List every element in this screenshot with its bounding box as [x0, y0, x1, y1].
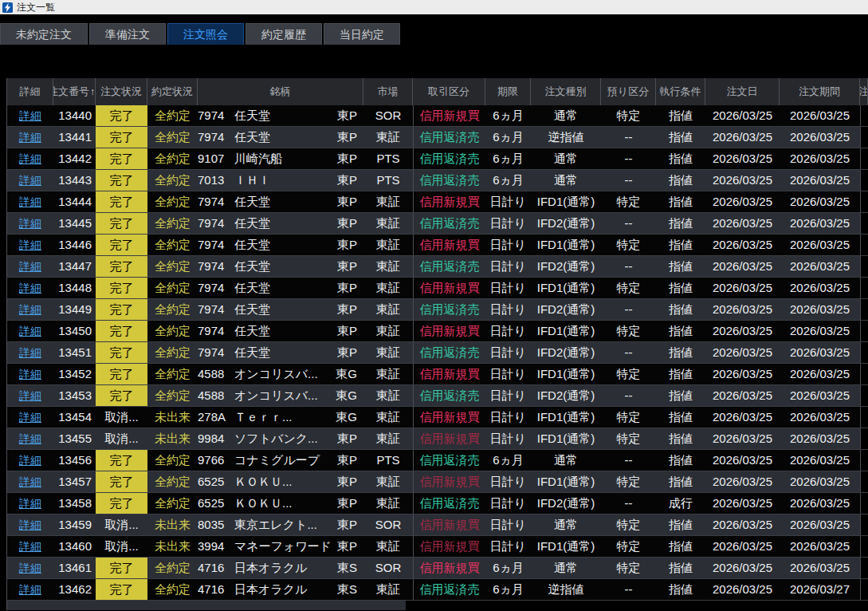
symbol-cell: 9766 コナミグループ 東P	[198, 450, 363, 471]
table-row: 詳細 13443 完了 全約定 7013 ＩＨＩ 東P PTS 信用返済売 6ヵ…	[6, 170, 868, 191]
symbol-name: ＫＯＫＵ...	[234, 493, 337, 514]
table-row: 詳細 13447 完了 全約定 7974 任天堂 東P 東証 信用返済売 日計り…	[6, 256, 868, 278]
market-cell: 東証	[363, 213, 413, 234]
trade-type-cell: 信用返済売	[413, 579, 485, 600]
clipped-extra-cell	[860, 170, 868, 191]
header-trade-type[interactable]: 取引区分	[413, 78, 485, 105]
symbol-segment: 東P	[337, 256, 363, 277]
trade-type-cell: 信用新規買	[413, 278, 485, 298]
detail-link[interactable]: 詳細	[19, 191, 41, 212]
detail-link[interactable]: 詳細	[19, 471, 41, 492]
fill-status-cell: 全約定	[147, 493, 198, 514]
order-kind-cell: IFD1(通常)	[531, 428, 601, 449]
detail-link[interactable]: 詳細	[19, 342, 41, 363]
detail-link[interactable]: 詳細	[19, 256, 41, 277]
tab-today-executions[interactable]: 当日約定	[324, 23, 400, 45]
detail-link[interactable]: 詳細	[19, 321, 41, 341]
clipped-extra-cell	[860, 364, 868, 384]
tab-prepared-orders[interactable]: 準備注文	[89, 23, 166, 45]
account-type-cell: --	[601, 342, 656, 363]
header-order-kind[interactable]: 注文種別	[531, 78, 601, 105]
header-order-period[interactable]: 注文期間	[780, 78, 860, 105]
header-account-type[interactable]: 預り区分	[601, 78, 656, 105]
detail-link[interactable]: 詳細	[19, 105, 41, 126]
header-symbol[interactable]: 銘柄	[198, 78, 363, 105]
order-number-cell: 13454	[53, 407, 96, 428]
symbol-name: マネーフォワード	[234, 536, 337, 557]
symbol-cell: 4588 オンコリスバ... 東G	[198, 385, 363, 406]
order-period-cell: 2026/03/25	[780, 191, 860, 212]
order-period-cell: 2026/03/25	[780, 299, 860, 320]
detail-link[interactable]: 詳細	[19, 558, 41, 578]
table-row: 詳細 13461 完了 全約定 4716 日本オラクル 東S SOR 信用新規買…	[6, 558, 868, 579]
order-number-cell: 13452	[53, 364, 96, 384]
fill-status-cell: 全約定	[147, 191, 198, 212]
detail-link[interactable]: 詳細	[19, 428, 41, 449]
detail-cell: 詳細	[7, 514, 53, 535]
header-exec-condition[interactable]: 執行条件	[656, 78, 705, 105]
term-cell: 日計り	[485, 213, 531, 234]
clipped-extra-cell	[860, 256, 868, 277]
symbol-name: 任天堂	[234, 235, 337, 255]
symbol-cell: 6525 ＫＯＫＵ... 東P	[198, 471, 363, 492]
detail-cell: 詳細	[7, 471, 53, 492]
order-date-cell: 2026/03/25	[705, 342, 780, 363]
header-detail[interactable]: 詳細	[7, 78, 53, 105]
header-order-number[interactable]: 注文番号↑	[53, 78, 96, 105]
order-date-cell: 2026/03/25	[705, 256, 780, 277]
order-status-cell: 取消...	[96, 428, 147, 449]
symbol-code: 4716	[198, 579, 234, 600]
detail-link[interactable]: 詳細	[19, 170, 41, 191]
table-row: 詳細 13459 取消... 未出来 8035 東京エレクト... 東P SOR…	[6, 514, 868, 536]
detail-link[interactable]: 詳細	[19, 493, 41, 514]
fill-status-cell: 未出来	[147, 428, 198, 449]
order-number-cell: 13441	[53, 127, 96, 148]
detail-link[interactable]: 詳細	[19, 235, 41, 255]
detail-link[interactable]: 詳細	[19, 148, 41, 169]
clipped-extra-cell	[860, 428, 868, 449]
account-type-cell: --	[601, 148, 656, 169]
fill-status-cell: 全約定	[147, 170, 198, 191]
detail-link[interactable]: 詳細	[19, 213, 41, 234]
fill-status-cell: 全約定	[147, 105, 198, 126]
detail-link[interactable]: 詳細	[19, 385, 41, 406]
header-fill-status[interactable]: 約定状況	[147, 78, 198, 105]
order-period-cell: 2026/03/25	[780, 278, 860, 298]
detail-link[interactable]: 詳細	[19, 536, 41, 557]
order-number-cell: 13455	[53, 428, 96, 449]
detail-link[interactable]: 詳細	[19, 299, 41, 320]
trade-type-cell: 信用新規買	[413, 364, 485, 384]
market-cell: 東証	[363, 471, 413, 492]
account-type-cell: 特定	[601, 364, 656, 384]
order-number-cell: 13449	[53, 299, 96, 320]
market-cell: 東証	[363, 342, 413, 363]
header-term[interactable]: 期限	[485, 78, 531, 105]
tab-execution-history[interactable]: 約定履歴	[245, 23, 322, 45]
symbol-code: 7974	[198, 213, 234, 234]
symbol-name: 任天堂	[234, 191, 337, 212]
symbol-name: オンコリスバ...	[234, 385, 336, 406]
order-date-cell: 2026/03/25	[705, 385, 780, 406]
symbol-code: 4716	[198, 558, 234, 578]
symbol-name: 任天堂	[234, 321, 337, 341]
term-cell: 6ヵ月	[485, 450, 531, 471]
term-cell: 6ヵ月	[485, 105, 531, 126]
detail-link[interactable]: 詳細	[19, 514, 41, 535]
account-type-cell: 特定	[601, 558, 656, 578]
header-order-status[interactable]: 注文状況	[96, 78, 147, 105]
header-order-date[interactable]: 注文日	[705, 78, 780, 105]
tab-unexecuted-orders[interactable]: 未約定注文	[0, 23, 88, 45]
tab-order-inquiry[interactable]: 注文照会	[167, 23, 244, 45]
term-cell: 日計り	[485, 191, 531, 212]
detail-link[interactable]: 詳細	[19, 407, 41, 428]
order-date-cell: 2026/03/25	[705, 105, 780, 126]
account-type-cell: 特定	[601, 105, 656, 126]
detail-link[interactable]: 詳細	[19, 364, 41, 384]
detail-link[interactable]: 詳細	[19, 450, 41, 471]
detail-link[interactable]: 詳細	[19, 579, 41, 600]
symbol-code: 6525	[198, 493, 234, 514]
order-number-cell: 13447	[53, 256, 96, 277]
detail-link[interactable]: 詳細	[19, 278, 41, 298]
detail-link[interactable]: 詳細	[19, 127, 41, 148]
header-market[interactable]: 市場	[363, 78, 413, 105]
